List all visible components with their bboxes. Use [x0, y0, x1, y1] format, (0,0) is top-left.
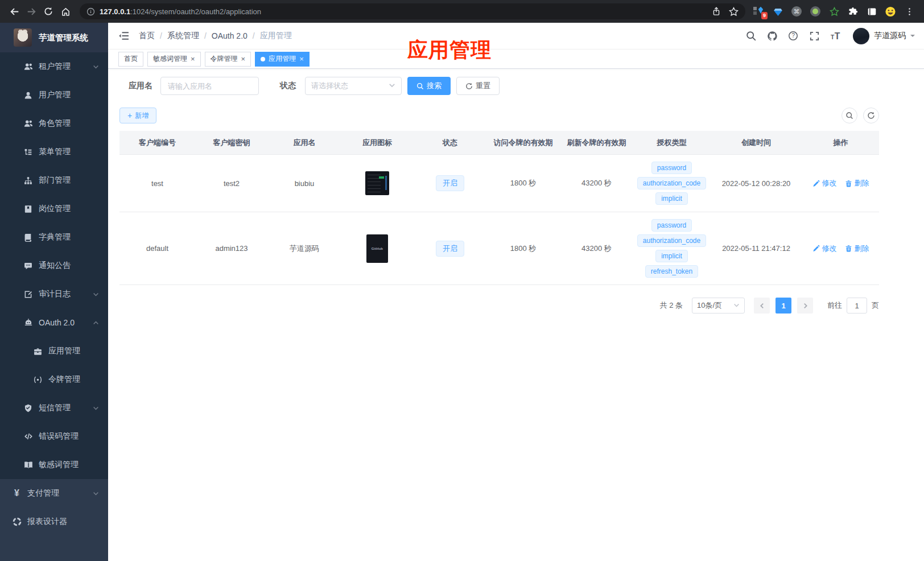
edit-link[interactable]: 修改 — [812, 178, 837, 188]
main-area: 首页 / 系统管理 / OAuth 2.0 / 应用管理 — [108, 23, 924, 561]
font-size-icon[interactable]: TT — [830, 30, 841, 42]
tab-close-icon[interactable]: × — [299, 55, 304, 63]
tab-label: 令牌管理 — [211, 54, 238, 64]
app-name-cell: biubiu — [268, 179, 341, 188]
tab[interactable]: 首页 — [118, 52, 143, 67]
menu-item-icon — [23, 204, 33, 214]
fullscreen-icon[interactable] — [808, 30, 820, 42]
bookmark-star-icon[interactable] — [729, 7, 739, 16]
menu-item-label: 令牌管理 — [48, 374, 80, 385]
search-icon[interactable] — [745, 30, 757, 42]
extension-gem-icon[interactable] — [772, 6, 783, 17]
extension-blue-diamond-icon[interactable]: 9 — [753, 6, 765, 17]
help-icon[interactable]: ? — [787, 30, 799, 42]
breadcrumb-item[interactable]: OAuth 2.0 — [212, 31, 248, 40]
page-size-select[interactable]: 10条/页 — [692, 298, 745, 314]
tab-label: 应用管理 — [269, 54, 296, 64]
url-bar[interactable]: 127.0.0.1:1024/system/oauth2/oauth2/appl… — [80, 3, 745, 19]
menu-item-icon — [33, 375, 43, 385]
sidebar-item[interactable]: 岗位管理 — [0, 195, 108, 223]
grant-type-tag: authorization_code — [637, 177, 706, 189]
tab[interactable]: 敏感词管理 × — [147, 52, 201, 67]
next-page-button[interactable] — [797, 298, 813, 314]
goto-page-input[interactable] — [847, 298, 867, 314]
refresh-button[interactable] — [863, 108, 879, 123]
sidebar-item[interactable]: OAuth 2.0 — [0, 308, 108, 337]
client-secret-cell: admin123 — [195, 244, 268, 253]
sidebar-item[interactable]: 租户管理 — [0, 52, 108, 81]
sidebar-item[interactable]: 用户管理 — [0, 81, 108, 109]
sidebar-collapse-icon[interactable] — [117, 30, 130, 42]
browser-menu-icon[interactable] — [904, 6, 915, 17]
menu-item-icon — [23, 432, 33, 442]
status-label: 状态 — [280, 81, 296, 91]
app-name-input[interactable] — [160, 77, 259, 95]
table-header-cell: 创建时间 — [710, 138, 802, 148]
search-button[interactable]: 搜索 — [407, 77, 451, 95]
delete-link[interactable]: 删除 — [845, 244, 869, 254]
tab-close-icon[interactable]: × — [241, 55, 246, 63]
hide-search-button[interactable] — [842, 108, 857, 123]
sidebar-item[interactable]: 部门管理 — [0, 166, 108, 195]
breadcrumb-item[interactable]: 系统管理 — [167, 31, 199, 41]
sidebar-item[interactable]: 应用管理 — [0, 337, 108, 365]
profile-avatar-icon[interactable] — [885, 6, 896, 17]
tags-view-bar: 首页 敏感词管理 × 令牌管理 × 应用管理 × — [108, 50, 924, 69]
extension-puzzle-icon[interactable] — [847, 6, 859, 17]
menu-item-icon — [23, 261, 33, 271]
app-name-cell: 芋道源码 — [268, 244, 341, 254]
sidebar-item[interactable]: 角色管理 — [0, 109, 108, 138]
status-select[interactable]: 请选择状态 — [305, 77, 402, 95]
grant-type-tag: authorization_code — [637, 234, 706, 247]
sidebar-item[interactable]: 令牌管理 — [0, 365, 108, 394]
back-button[interactable] — [6, 3, 23, 20]
sidebar-item[interactable]: 敏感词管理 — [0, 451, 108, 479]
reload-button[interactable] — [40, 3, 57, 20]
sidebar-item[interactable]: 字典管理 — [0, 223, 108, 251]
add-button[interactable]: + 新增 — [119, 108, 156, 123]
grant-types-cell: passwordauthorization_codeimplicit — [633, 162, 710, 205]
tab[interactable]: 令牌管理 × — [205, 52, 251, 67]
pencil-icon — [812, 180, 820, 187]
delete-link[interactable]: 删除 — [845, 178, 869, 188]
sidebar-item[interactable]: 错误码管理 — [0, 422, 108, 451]
extension-command-icon[interactable]: ⌘ — [791, 6, 802, 17]
caret-down-icon — [910, 35, 915, 39]
tab[interactable]: 应用管理 × — [255, 52, 310, 67]
edit-link[interactable]: 修改 — [812, 244, 837, 254]
client-secret-cell: test2 — [195, 179, 268, 188]
created-cell: 2022-05-12 00:28:20 — [710, 179, 802, 188]
breadcrumb-item[interactable]: 首页 — [139, 31, 155, 41]
sidebar-item[interactable]: 通知公告 — [0, 251, 108, 280]
prev-page-button[interactable] — [754, 298, 770, 314]
menu-item-icon — [23, 233, 33, 242]
extension-star-icon[interactable] — [828, 6, 840, 17]
applications-table: 客户端编号客户端密钥应用名应用图标状态访问令牌的有效期刷新令牌的有效期授权类型创… — [119, 131, 879, 285]
current-page-button[interactable]: 1 — [776, 298, 791, 314]
menu-item-label: OAuth 2.0 — [39, 318, 75, 327]
svg-text:?: ? — [791, 32, 795, 39]
sidebar-item[interactable]: ¥ 支付管理 — [0, 479, 108, 508]
top-navbar: 首页 / 系统管理 / OAuth 2.0 / 应用管理 — [108, 23, 924, 50]
breadcrumb-item[interactable]: 应用管理 — [260, 31, 292, 41]
home-button[interactable] — [57, 3, 74, 20]
tab-close-icon[interactable]: × — [191, 55, 195, 63]
share-icon[interactable] — [712, 7, 721, 16]
extension-record-icon[interactable] — [810, 6, 821, 17]
menu-item-icon — [23, 90, 33, 100]
app-icon — [365, 171, 389, 195]
site-info-icon[interactable] — [86, 7, 95, 16]
sidebar-item[interactable]: 短信管理 — [0, 394, 108, 422]
forward-button[interactable] — [23, 3, 40, 20]
menu-item-label: 敏感词管理 — [39, 460, 79, 470]
sidebar-item[interactable]: 审计日志 — [0, 280, 108, 308]
chevron-down-icon — [733, 302, 740, 310]
user-avatar[interactable] — [853, 28, 869, 44]
sidebar-item[interactable]: 报表设计器 — [0, 508, 108, 536]
reset-button[interactable]: 重置 — [456, 77, 500, 95]
table-header-cell: 访问令牌的有效期 — [486, 138, 560, 148]
github-icon[interactable] — [766, 30, 778, 42]
user-menu[interactable]: 芋道源码 — [853, 28, 915, 44]
sidebar-item[interactable]: 菜单管理 — [0, 138, 108, 166]
extension-sidebar-icon[interactable] — [866, 6, 877, 17]
